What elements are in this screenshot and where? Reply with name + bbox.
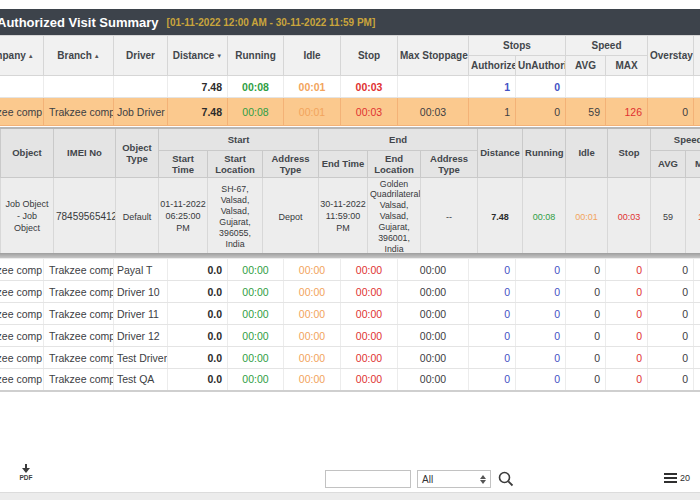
summary-running: 00:08 (228, 76, 284, 98)
cell-max-stoppage: 00:03 (398, 98, 469, 126)
detail-start-location: SH-67, Valsad, Valsad, Gujarat, 396055, … (208, 177, 263, 257)
bottom-status-strip (0, 492, 700, 500)
detail-col-start-location: Start Location (208, 150, 263, 177)
detail-max: 126 (686, 177, 700, 257)
cell-idle: 00:01 (284, 98, 341, 126)
search-column-select[interactable]: All (417, 470, 491, 488)
page-size-value: 20 (680, 473, 690, 483)
detail-imei: 78459565412 (54, 177, 116, 257)
detail-col-running: Running (523, 128, 566, 177)
summary-unauthorized: 0 (516, 76, 566, 98)
detail-col-end-location: End Location (368, 150, 421, 177)
detail-col-object: Object (1, 128, 54, 177)
titlebar: Authorized Visit Summary [01-11-2022 12:… (0, 9, 700, 35)
selected-row[interactable]: Trakzee comp Trakzee comp Job Driver 7.4… (0, 98, 700, 126)
main-table-rows: Trakzee comp Trakzee comp Payal T 0.0 00… (0, 258, 700, 392)
cell-company: Trakzee comp (0, 98, 44, 126)
cell-stop: 00:03 (341, 98, 398, 126)
col-header-avg[interactable]: AVG (566, 56, 606, 76)
cell-unauthorized: 0 (516, 98, 566, 126)
detail-object: Job Object - Job Object (1, 177, 54, 257)
detail-start-time: 01-11-2022 06:25:00 PM (159, 177, 208, 257)
page-size-control[interactable]: 20 (664, 473, 690, 483)
col-header-overstay[interactable]: Overstay (648, 36, 694, 76)
sort-asc-icon: ▲ (28, 53, 34, 59)
detail-col-address-type: Address Type (263, 150, 319, 177)
search-icon (497, 470, 515, 488)
detail-end-location: Golden Quadrilateral, Valsad, Valsad, Gu… (368, 177, 421, 257)
col-group-speed: Speed (566, 36, 648, 56)
select-spinner-icon (480, 475, 486, 484)
col-header-idle[interactable]: Idle (284, 36, 341, 76)
detail-group-start: Start (159, 128, 319, 150)
col-header-stop[interactable]: Stop (341, 36, 398, 76)
detail-col-max: MAX (686, 150, 700, 177)
table-row[interactable]: Trakzee comp Trakzee comp Payal T 0.0 00… (0, 259, 700, 281)
detail-table: Object IMEI No Object Type Start End Dis… (0, 127, 700, 257)
col-header-branch[interactable]: Branch▲ (44, 36, 114, 76)
cell-running: 00:08 (228, 98, 284, 126)
cell-authorized: 1 (469, 98, 516, 126)
sort-desc-icon: ▼ (216, 53, 222, 59)
col-header-unauthorized[interactable]: UnAuthorized (516, 56, 566, 76)
table-row[interactable]: Trakzee comp Trakzee comp Driver 11 0.0 … (0, 303, 700, 325)
detail-col-object-type: Object Type (116, 128, 159, 177)
detail-distance: 7.48 (478, 177, 523, 257)
cell-driver: Job Driver (114, 98, 168, 126)
detail-row: Job Object - Job Object 78459565412 Defa… (1, 177, 700, 257)
detail-col-idle: Idle (566, 128, 608, 177)
main-table-top: Company▲ Branch▲ Driver Distance▼ Runnin… (0, 35, 700, 126)
table-row[interactable]: Trakzee comp Trakzee comp Driver 10 0.0 … (0, 281, 700, 303)
detail-end-time: 30-11-2022 11:59:00 PM (319, 177, 368, 257)
export-pdf-button[interactable]: PDF (17, 464, 35, 481)
table-row[interactable]: Trakzee comp Trakzee comp Test QA 0.0 00… (0, 369, 700, 391)
col-header-authorized[interactable]: Authorized (469, 56, 516, 76)
detail-end-address-type: -- (421, 177, 478, 257)
selected-filter-value: All (422, 474, 433, 485)
col-group-stops: Stops (469, 36, 566, 56)
report-window: Authorized Visit Summary [01-11-2022 12:… (0, 0, 700, 500)
detail-col-stop: Stop (608, 128, 651, 177)
detail-object-type: Default (116, 177, 159, 257)
summary-distance: 7.48 (168, 76, 228, 98)
cell-overstay: 0 (648, 98, 694, 126)
summary-authorized: 1 (469, 76, 516, 98)
search-button[interactable] (497, 470, 515, 488)
summary-idle: 00:01 (284, 76, 341, 98)
detail-running: 00:08 (523, 177, 566, 257)
detail-idle: 00:01 (566, 177, 608, 257)
page-title: Authorized Visit Summary (0, 15, 159, 30)
summary-row: 7.48 00:08 00:01 00:03 1 0 (0, 76, 700, 98)
detail-col-distance: Distance (478, 128, 523, 177)
detail-group-speed: Speed (651, 128, 700, 150)
sort-asc-icon: ▲ (94, 53, 100, 59)
col-header-driver[interactable]: Driver (114, 36, 168, 76)
cell-avg: 59 (566, 98, 606, 126)
detail-col-start-time: Start Time (159, 150, 208, 177)
cell-max: 126 (606, 98, 648, 126)
col-header-company[interactable]: Company▲ (0, 36, 44, 76)
col-header-max[interactable]: MAX (606, 56, 648, 76)
detail-col-address-type-end: Address Type (421, 150, 478, 177)
detail-group-end: End (319, 128, 478, 150)
search-input[interactable] (325, 470, 411, 488)
cell-distance: 7.48 (168, 98, 228, 126)
menu-icon (664, 473, 677, 483)
detail-avg: 59 (651, 177, 686, 257)
cell-branch: Trakzee comp (44, 98, 114, 126)
detail-col-imei: IMEI No (54, 128, 116, 177)
detail-start-address-type: Depot (263, 177, 319, 257)
table-row[interactable]: Trakzee comp Trakzee comp Driver 12 0.0 … (0, 325, 700, 347)
col-header-running[interactable]: Running (228, 36, 284, 76)
table-row[interactable]: Trakzee comp Trakzee comp Test Driver 0.… (0, 347, 700, 369)
col-header-max-stoppage[interactable]: Max Stoppage (398, 36, 469, 76)
summary-stop: 00:03 (341, 76, 398, 98)
report-date-range: [01-11-2022 12:00 AM - 30-11-2022 11:59 … (167, 17, 376, 28)
col-header-partial[interactable]: A (694, 36, 700, 76)
detail-col-avg: AVG (651, 150, 686, 177)
col-header-distance[interactable]: Distance▼ (168, 36, 228, 76)
detail-col-end-time: End Time (319, 150, 368, 177)
detail-stop: 00:03 (608, 177, 651, 257)
pdf-label: PDF (17, 474, 35, 481)
